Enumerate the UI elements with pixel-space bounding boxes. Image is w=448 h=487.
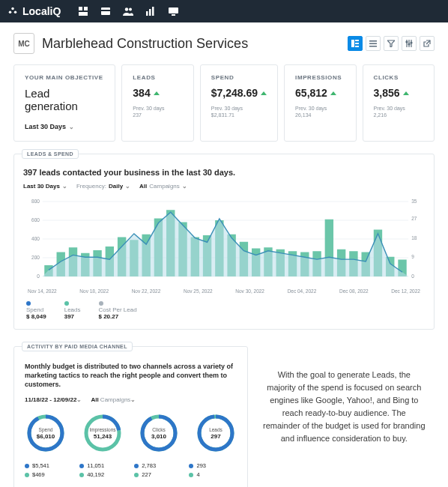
svg-rect-15	[351, 40, 354, 47]
export-button[interactable]	[420, 36, 435, 51]
page-header: MC Marblehead Construction Services	[13, 33, 435, 54]
filter-button[interactable]	[384, 36, 399, 51]
svg-text:35: 35	[411, 199, 417, 204]
campaign-filter[interactable]: All Campaigns⌄	[91, 396, 136, 403]
chart-headline: 397 leads contacted your business in the…	[23, 168, 425, 177]
svg-rect-7	[101, 10, 110, 11]
brand: LocaliQ	[7, 5, 61, 17]
svg-text:9: 9	[411, 254, 414, 259]
svg-text:0: 0	[37, 273, 40, 279]
donut-impressions: Impressions 51,243	[82, 412, 124, 454]
card-icon[interactable]	[98, 4, 113, 19]
svg-point-9	[129, 8, 132, 11]
chevron-down-icon: ⌄	[76, 396, 82, 403]
donut-row: Spend $6,010 Impressions 51,243 Clicks 3…	[25, 412, 237, 454]
svg-rect-19	[369, 40, 377, 42]
donut-spend: Spend $6,010	[25, 412, 67, 454]
view-detail-button[interactable]	[348, 36, 363, 51]
dashboard-icon[interactable]	[76, 4, 91, 19]
trend-up-icon	[330, 91, 336, 95]
chevron-down-icon: ⌄	[130, 396, 136, 403]
leads-spend-card: LEADS & SPEND 397 leads contacted your b…	[13, 154, 435, 330]
svg-point-26	[408, 43, 410, 45]
svg-rect-3	[79, 7, 82, 10]
objective-card: YOUR MAIN OBJECTIVE Lead generation Last…	[13, 64, 115, 142]
kpi-row: YOUR MAIN OBJECTIVE Lead generation Last…	[13, 64, 435, 142]
trend-up-icon	[154, 91, 160, 95]
brand-name: LocaliQ	[22, 5, 61, 17]
settings-button[interactable]	[402, 36, 417, 51]
narrative-text: With the goal to generate Leads, the maj…	[260, 346, 435, 445]
chevron-down-icon: ⌄	[69, 124, 74, 130]
svg-point-0	[11, 7, 14, 10]
breakdown-spend: $5,541$469	[25, 462, 72, 480]
nav-icons	[76, 4, 181, 19]
svg-rect-10	[146, 11, 148, 16]
svg-point-1	[9, 10, 12, 13]
svg-text:Impressions: Impressions	[89, 427, 116, 433]
svg-rect-17	[355, 43, 359, 44]
donut-leads: Leads 297	[195, 412, 237, 454]
objective-value: Lead generation	[25, 87, 104, 112]
company-avatar: MC	[13, 33, 34, 54]
monitor-icon[interactable]	[166, 4, 181, 19]
frequency-filter[interactable]: Frequency: Daily⌄	[76, 183, 130, 190]
svg-text:18: 18	[411, 235, 417, 241]
view-list-button[interactable]	[366, 36, 381, 51]
brand-icon	[7, 6, 18, 16]
objective-label: YOUR MAIN OBJECTIVE	[25, 74, 104, 81]
svg-rect-5	[79, 12, 88, 16]
svg-text:0: 0	[411, 273, 414, 279]
svg-text:27: 27	[411, 216, 417, 221]
header-actions	[348, 36, 435, 51]
campaign-filter[interactable]: All Campaigns⌄	[139, 183, 187, 190]
svg-text:297: 297	[211, 433, 221, 440]
chevron-down-icon: ⌄	[182, 183, 187, 190]
card-title-pill: LEADS & SPEND	[22, 149, 79, 159]
chevron-down-icon: ⌄	[62, 183, 67, 190]
breakdown-row: $5,541$46911,05140,1922,7832272934	[25, 462, 237, 480]
activity-desc: Monthly budget is distributed to two cha…	[25, 362, 237, 389]
kpi-leads: LEADS 384 Prev. 30 days237	[121, 64, 193, 142]
card-title-pill: ACTIVITY BY PAID MEDIA CHANNEL	[22, 342, 133, 351]
svg-rect-16	[355, 40, 359, 41]
kpi-spend: SPEND $7,248.69 Prev. 30 days$2,831.71	[200, 64, 278, 142]
svg-rect-4	[84, 7, 88, 10]
svg-text:400: 400	[31, 236, 40, 241]
svg-text:800: 800	[31, 199, 40, 204]
kpi-impressions: IMPRESSIONS 65,812 Prev. 30 days26,134	[284, 64, 356, 142]
donut-clicks: Clicks 3,010	[138, 412, 180, 454]
bar-chart-icon[interactable]	[143, 4, 158, 19]
svg-text:Leads: Leads	[209, 427, 223, 432]
period-filter[interactable]: Last 30 Days⌄	[23, 183, 67, 190]
svg-text:Spend: Spend	[39, 427, 53, 433]
svg-text:600: 600	[31, 217, 40, 223]
kpi-clicks: CLICKS 3,856 Prev. 30 days2,216	[363, 64, 435, 142]
page: MC Marblehead Construction Services YOUR…	[0, 22, 448, 487]
activity-card: ACTIVITY BY PAID MEDIA CHANNEL Monthly b…	[13, 346, 248, 487]
svg-text:Clicks: Clicks	[152, 427, 166, 432]
chevron-down-icon: ⌄	[125, 183, 130, 190]
svg-rect-12	[152, 7, 154, 16]
svg-point-8	[125, 7, 128, 10]
svg-rect-18	[355, 46, 359, 47]
top-bar: LocaliQ	[0, 0, 448, 22]
breakdown-impressions: 11,05140,192	[79, 462, 127, 480]
svg-rect-11	[149, 9, 151, 16]
svg-rect-21	[369, 46, 377, 47]
svg-text:3,010: 3,010	[151, 433, 167, 440]
svg-text:51,243: 51,243	[93, 433, 112, 440]
people-icon[interactable]	[121, 4, 136, 19]
trend-up-icon	[261, 91, 267, 95]
breakdown-leads: 2934	[189, 462, 236, 480]
leads-spend-chart: 020040060080009182735 Nov 14, 2022Nov 18…	[23, 197, 425, 294]
chart-legend: Spend$ 8,049 Leads397 Cost Per Lead$ 20.…	[23, 300, 425, 320]
date-range-filter[interactable]: 11/18/22 - 12/09/22⌄	[25, 396, 82, 403]
page-title: Marblehead Construction Services	[42, 36, 248, 52]
svg-text:$6,010: $6,010	[37, 433, 55, 440]
svg-rect-14	[172, 14, 175, 16]
period-selector[interactable]: Last 30 Days ⌄	[25, 123, 74, 130]
svg-point-2	[14, 10, 17, 13]
breakdown-clicks: 2,783227	[134, 462, 181, 480]
trend-up-icon	[403, 91, 409, 95]
